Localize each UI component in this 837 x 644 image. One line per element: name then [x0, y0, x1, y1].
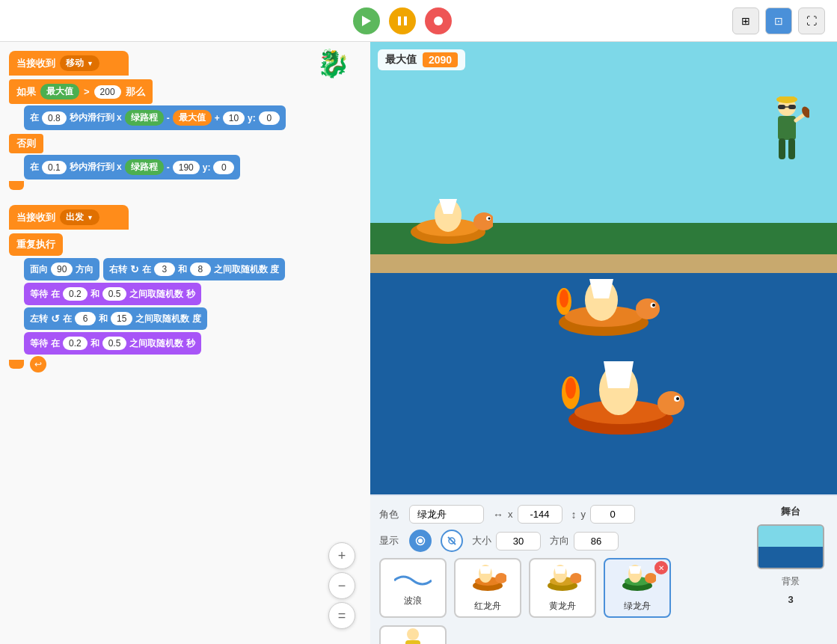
hat2-prefix: 当接收到 — [16, 211, 55, 224]
svg-rect-34 — [779, 96, 794, 101]
glide1-block[interactable]: 在 0.8 秒内滑行到 x 绿路程 - 最大值 + 10 y: 0 — [24, 105, 286, 130]
y-input[interactable] — [590, 505, 635, 524]
svg-point-40 — [418, 539, 423, 543]
turn-left-block[interactable]: 左转 ↺ 在 6 和 15 之间取随机数 度 — [24, 307, 207, 330]
layout-btn-2[interactable]: ⊡ — [765, 7, 792, 34]
face-block[interactable]: 面向 90 方向 — [24, 258, 99, 280]
hat1-event[interactable]: 移动 — [60, 55, 99, 71]
zoom-reset-button[interactable]: = — [328, 602, 355, 629]
layout-btn-1[interactable]: ⊞ — [732, 7, 759, 34]
svg-point-26 — [565, 378, 576, 399]
show-row: 显示 大小 方向 — [379, 530, 744, 552]
glide2-block[interactable]: 在 0.1 秒内滑行到 x 绿路程 - 190 y: 0 — [24, 155, 240, 180]
show-hidden-btn[interactable] — [441, 530, 463, 552]
pause-button[interactable] — [389, 7, 416, 34]
svg-rect-1 — [398, 16, 401, 25]
main-area: 🐉 当接收到 移动 如果 最大值 > 200 那么 在 — [0, 42, 837, 644]
svg-point-13 — [636, 298, 660, 319]
svg-rect-31 — [788, 105, 796, 109]
repeat-end-cap — [9, 360, 24, 369]
y-label: y — [581, 509, 586, 520]
svg-marker-28 — [604, 361, 634, 388]
x-input[interactable] — [518, 505, 562, 524]
judge-figure — [764, 96, 809, 167]
char-name-input[interactable] — [409, 505, 484, 524]
top-bar: ⊞ ⊡ ⛶ — [0, 0, 837, 42]
block-group-2: 当接收到 出发 重复执行 面向 90 方向 右转 ↻ 在 3 — [9, 205, 361, 372]
char-name-row: 角色 ↔ x ↕ y — [379, 505, 744, 524]
zoom-out-button[interactable]: − — [328, 572, 355, 599]
glide2-container: 在 0.1 秒内滑行到 x 绿路程 - 190 y: 0 — [9, 153, 361, 180]
hat1-prefix: 当接收到 — [16, 57, 55, 70]
flag-button[interactable] — [353, 7, 380, 34]
svg-rect-2 — [404, 16, 407, 25]
center-panel: 最大值 2090 — [370, 42, 837, 644]
svg-rect-38 — [779, 138, 785, 159]
wait2-block[interactable]: 等待 在 0.2 和 0.5 之间取随机数 秒 — [24, 332, 201, 355]
size-input[interactable] — [496, 532, 541, 551]
if-end-cap — [9, 181, 24, 190]
layout-buttons: ⊞ ⊡ ⛶ — [732, 7, 825, 34]
hat-block-2[interactable]: 当接收到 出发 — [9, 205, 129, 230]
left-panel: 🐉 当接收到 移动 如果 最大值 > 200 那么 在 — [0, 42, 370, 644]
show-label: 显示 — [379, 534, 400, 548]
score-label: 最大值 — [385, 53, 417, 67]
playback-controls — [353, 7, 452, 34]
hat2-event[interactable]: 出发 — [60, 209, 99, 225]
svg-rect-35 — [778, 116, 796, 140]
char-label: 角色 — [379, 508, 400, 521]
repeat-arrow-btn[interactable]: ↩ — [30, 356, 46, 372]
hat-block-1[interactable]: 当接收到 移动 — [9, 51, 129, 76]
bottom-panel: 角色 ↔ x ↕ y 显示 — [370, 494, 837, 644]
score-value: 2090 — [423, 52, 458, 67]
dir-group: 方向 — [550, 532, 619, 551]
boat-1 — [403, 187, 493, 254]
sprite-delete-btn[interactable]: ✕ — [654, 561, 668, 574]
y-coord-group: ↕ y — [571, 505, 636, 524]
score-overlay: 最大值 2090 — [378, 49, 465, 70]
svg-marker-48 — [479, 566, 491, 574]
sprite-card-waves[interactable]: 波浪 — [379, 558, 447, 618]
compare-val[interactable]: 200 — [94, 85, 121, 99]
sprites-row-1: 波浪 红龙舟 — [379, 558, 744, 644]
sprite-label-waves: 波浪 — [404, 595, 422, 607]
svg-rect-39 — [788, 138, 795, 159]
stage-area: 最大值 2090 — [370, 42, 837, 494]
backdrop-count: 3 — [788, 594, 793, 605]
block-group-1: 当接收到 移动 如果 最大值 > 200 那么 在 0.8 秒内滑行到 x — [9, 51, 361, 190]
zoom-controls: + − = — [328, 542, 355, 629]
stage-label: 舞台 — [781, 505, 800, 518]
stage-thumbnail[interactable] — [757, 524, 824, 569]
wait1-block[interactable]: 等待 在 0.2 和 0.5 之间取随机数 秒 — [24, 283, 201, 305]
zoom-in-button[interactable]: + — [328, 542, 355, 569]
dir-input[interactable] — [574, 532, 619, 551]
x-icon: ↔ — [493, 509, 503, 521]
backdrop-label: 背景 — [782, 575, 800, 588]
sprite-card-yellow-boat[interactable]: 黄龙舟 — [529, 558, 596, 618]
svg-point-59 — [407, 628, 419, 640]
svg-point-15 — [652, 304, 655, 307]
else-block: 否则 — [9, 132, 361, 153]
svg-marker-53 — [554, 566, 566, 574]
sprite-card-audience[interactable]: 观众 — [379, 625, 447, 644]
if-keyword[interactable]: 如果 最大值 > 200 那么 — [9, 79, 153, 104]
svg-marker-58 — [629, 566, 641, 574]
sprite-card-green-boat[interactable]: ✕ 绿龙舟 — [604, 558, 671, 618]
sprite-card-red-boat[interactable]: 红龙舟 — [454, 558, 521, 618]
repeat-block: 重复执行 — [9, 232, 361, 256]
layout-btn-3[interactable]: ⛶ — [798, 7, 825, 34]
sprite-label-red-boat: 红龙舟 — [474, 600, 501, 613]
turn-right-block[interactable]: 右转 ↻ 在 3 和 8 之间取随机数 度 — [103, 258, 285, 280]
svg-rect-60 — [405, 640, 420, 644]
show-visible-btn[interactable] — [409, 530, 432, 552]
boat-3 — [557, 349, 684, 450]
sprite-thumbnail-area: 🐉 — [316, 48, 361, 78]
stage-canvas: 最大值 2090 — [370, 42, 837, 494]
y-icon: ↕ — [571, 509, 577, 521]
svg-point-3 — [434, 16, 443, 25]
stop-button[interactable] — [425, 7, 452, 34]
sprite-label-yellow-boat: 黄龙舟 — [549, 600, 576, 613]
x-coord-group: ↔ x — [493, 505, 562, 524]
repeat-keyword[interactable]: 重复执行 — [9, 233, 63, 256]
boat-2 — [548, 266, 660, 349]
